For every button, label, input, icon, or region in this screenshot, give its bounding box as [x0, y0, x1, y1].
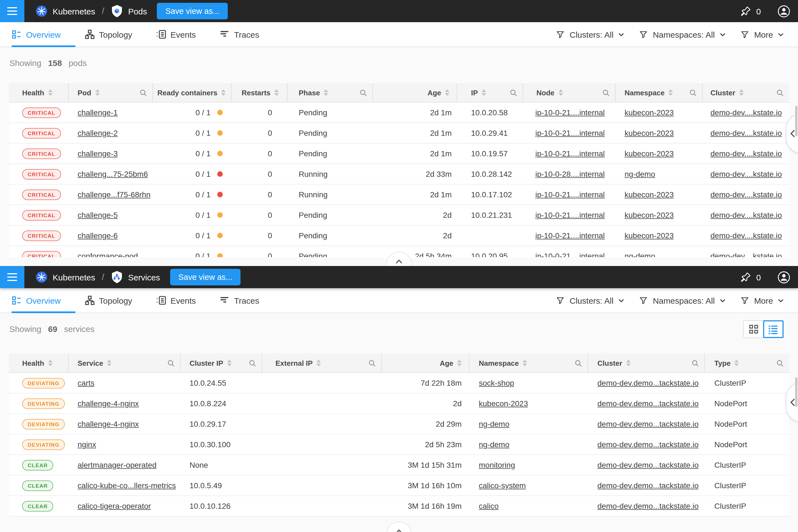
tab-overview[interactable]: Overview — [12, 288, 75, 312]
search-icon[interactable] — [602, 89, 610, 96]
column-header-external-ip[interactable]: External IP — [262, 354, 382, 373]
service-table-row[interactable]: DEVIATING challenge-4-nginx 10.0.29.17 2… — [9, 414, 789, 435]
tab-traces[interactable]: Traces — [220, 22, 274, 46]
search-icon[interactable] — [360, 89, 367, 96]
pinned-views[interactable]: 0 — [740, 5, 761, 17]
avatar[interactable] — [778, 5, 790, 17]
search-icon[interactable] — [691, 359, 699, 366]
column-header-ip[interactable]: IP — [457, 83, 523, 102]
menu-icon[interactable] — [0, 0, 24, 22]
namespace-link[interactable]: kubecon-2023 — [479, 399, 528, 408]
cluster-link[interactable]: demo-dev.demo...tackstate.io — [597, 379, 699, 387]
sort-icon[interactable] — [317, 360, 321, 366]
service-table-row[interactable]: DEVIATING carts 10.0.24.55 7d 22h 18m so… — [9, 373, 789, 394]
tab-events[interactable]: Events — [156, 288, 210, 312]
column-header-restarts[interactable]: Restarts — [232, 83, 288, 102]
sort-icon[interactable] — [445, 89, 450, 96]
cluster-link[interactable]: demo-dev....kstate.io — [710, 149, 782, 158]
service-link[interactable]: challenge-4-nginx — [78, 399, 139, 408]
node-link[interactable]: ip-10-0-21....internal — [535, 129, 605, 137]
sort-icon[interactable] — [669, 89, 673, 96]
service-table-row[interactable]: CLEAR calico-kube-co...llers-metrics 10.… — [9, 475, 789, 496]
namespace-link[interactable]: kubecon-2023 — [625, 190, 674, 199]
namespace-link[interactable]: kubecon-2023 — [625, 108, 674, 117]
namespace-link[interactable]: ng-demo — [479, 419, 510, 429]
node-link[interactable]: ip-10-0-21....internal — [535, 190, 605, 199]
node-link[interactable]: ip-10-0-28....internal — [535, 170, 605, 178]
tab-events[interactable]: Events — [156, 22, 210, 46]
namespace-link[interactable]: monitoring — [479, 460, 515, 469]
sort-icon[interactable] — [107, 360, 112, 366]
pod-table-row[interactable]: CRITICAL challenge...f75-68rhn 0 / 1 0 R… — [9, 185, 789, 205]
sort-icon[interactable] — [274, 89, 279, 96]
sort-icon[interactable] — [95, 89, 99, 96]
namespace-link[interactable]: kubecon-2023 — [625, 231, 674, 240]
namespace-link[interactable]: calico — [479, 501, 499, 510]
grid-view-button[interactable] — [743, 320, 764, 338]
pod-link[interactable]: challenge-1 — [78, 108, 118, 117]
sort-icon[interactable] — [48, 89, 52, 96]
cluster-link[interactable]: demo-dev.demo...tackstate.io — [597, 460, 699, 469]
tab-topology[interactable]: Topology — [84, 288, 147, 312]
tab-overview[interactable]: Overview — [12, 22, 75, 46]
namespace-link[interactable]: ng-demo — [625, 252, 655, 257]
node-link[interactable]: ip-10-0-21....internal — [535, 252, 605, 257]
filter-clusters[interactable]: Clusters: All — [556, 296, 624, 305]
sort-icon[interactable] — [482, 89, 486, 96]
pod-link[interactable]: challeng...75-25bm6 — [78, 170, 148, 178]
column-header-health[interactable]: Health — [9, 83, 69, 102]
column-header-service[interactable]: Service — [69, 354, 180, 373]
namespace-link[interactable]: sock-shop — [479, 379, 514, 387]
column-header-namespace[interactable]: Namespace — [469, 354, 588, 373]
search-icon[interactable] — [689, 89, 697, 96]
pod-table-row[interactable]: CRITICAL challenge-3 0 / 1 0 Pending 2d … — [9, 144, 789, 164]
search-icon[interactable] — [510, 89, 517, 96]
service-link[interactable]: calico-kube-co...llers-metrics — [78, 481, 176, 490]
service-link[interactable]: calico-tigera-operator — [78, 501, 151, 510]
save-view-button[interactable]: Save view as... — [157, 3, 228, 19]
breadcrumb-app[interactable]: Kubernetes — [53, 6, 95, 16]
cluster-link[interactable]: demo-dev....kstate.io — [710, 190, 782, 199]
namespace-link[interactable]: kubecon-2023 — [625, 211, 674, 220]
vertical-scrollbar[interactable] — [795, 377, 797, 407]
pod-link[interactable]: challenge-3 — [78, 149, 118, 158]
search-icon[interactable] — [368, 359, 376, 366]
breadcrumb-app[interactable]: Kubernetes — [53, 272, 95, 282]
search-icon[interactable] — [776, 359, 784, 366]
filter-more[interactable]: More — [740, 30, 784, 39]
cluster-link[interactable]: demo-dev.demo...tackstate.io — [597, 399, 699, 408]
search-icon[interactable] — [575, 359, 582, 366]
cluster-link[interactable]: demo-dev....kstate.io — [710, 170, 782, 178]
namespace-link[interactable]: ng-demo — [625, 170, 655, 178]
cluster-link[interactable]: demo-dev....kstate.io — [710, 252, 782, 257]
column-header-phase[interactable]: Phase — [288, 83, 373, 102]
sort-icon[interactable] — [739, 89, 744, 96]
avatar[interactable] — [778, 271, 790, 283]
service-link[interactable]: alertmanager-operated — [78, 460, 156, 469]
column-header-cluster[interactable]: Cluster — [588, 354, 705, 373]
node-link[interactable]: ip-10-0-21....internal — [535, 231, 605, 240]
pod-table-row[interactable]: CRITICAL challenge-6 0 / 1 0 Pending 2d … — [9, 226, 789, 246]
collapse-panel-handle[interactable] — [386, 521, 412, 532]
column-header-cluster[interactable]: Cluster — [703, 83, 789, 102]
cluster-link[interactable]: demo-dev....kstate.io — [710, 231, 782, 240]
column-header-cluster-ip[interactable]: Cluster IP — [180, 354, 262, 373]
namespace-link[interactable]: ng-demo — [479, 440, 510, 449]
cluster-link[interactable]: demo-dev.demo...tackstate.io — [597, 481, 699, 490]
column-header-age[interactable]: Age — [373, 83, 457, 102]
sort-icon[interactable] — [457, 360, 462, 366]
column-header-health[interactable]: Health — [9, 354, 69, 373]
sort-icon[interactable] — [324, 89, 328, 96]
namespace-link[interactable]: kubecon-2023 — [625, 149, 674, 158]
search-icon[interactable] — [167, 359, 174, 366]
cluster-link[interactable]: demo-dev.demo...tackstate.io — [597, 440, 699, 449]
sort-icon[interactable] — [227, 360, 231, 366]
node-link[interactable]: ip-10-0-21....internal — [535, 108, 605, 117]
tab-traces[interactable]: Traces — [220, 288, 274, 312]
list-view-button[interactable] — [763, 320, 784, 338]
pod-table-row[interactable]: CRITICAL challenge-1 0 / 1 0 Pending 2d … — [9, 102, 789, 123]
node-link[interactable]: ip-10-0-21....internal — [535, 211, 605, 220]
sort-icon[interactable] — [626, 360, 631, 366]
service-table-row[interactable]: CLEAR alertmanager-operated None 3M 1d 1… — [9, 455, 789, 475]
filter-clusters[interactable]: Clusters: All — [556, 30, 624, 39]
